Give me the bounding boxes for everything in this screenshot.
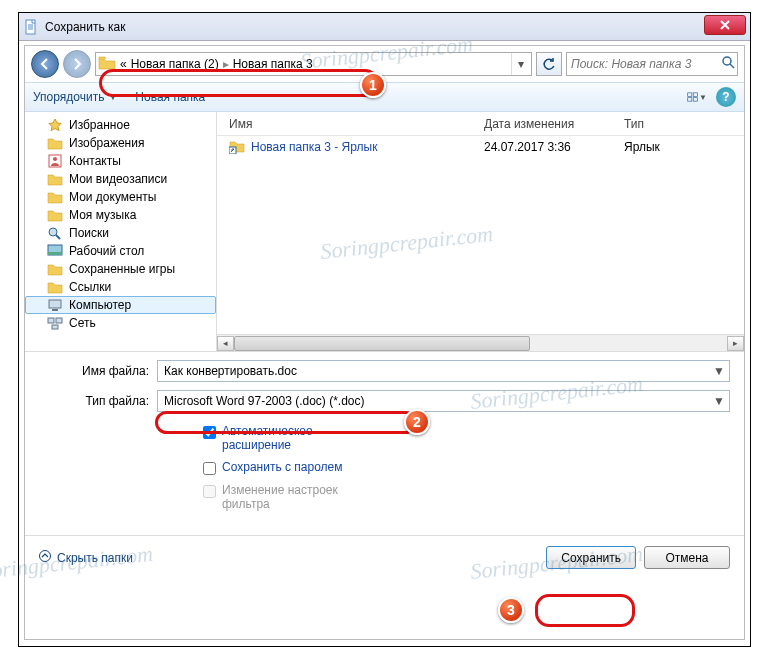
col-name[interactable]: Имя bbox=[229, 117, 484, 131]
svg-rect-9 bbox=[693, 98, 697, 101]
sidebar-label: Сохраненные игры bbox=[69, 262, 175, 276]
filter-settings-checkbox bbox=[203, 485, 216, 498]
search-icon bbox=[722, 56, 735, 72]
filetype-value: Microsoft Word 97-2003 (.doc) (*.doc) bbox=[164, 394, 365, 408]
sidebar-label: Компьютер bbox=[69, 298, 131, 312]
file-date: 24.07.2017 3:36 bbox=[484, 140, 624, 154]
sidebar-label: Мои документы bbox=[69, 190, 156, 204]
help-button[interactable]: ? bbox=[716, 87, 736, 107]
hide-folders-label: Скрыть папки bbox=[57, 551, 133, 565]
filetype-input[interactable]: Microsoft Word 97-2003 (.doc) (*.doc) ▼ bbox=[157, 390, 730, 412]
col-date[interactable]: Дата изменения bbox=[484, 117, 624, 131]
back-button[interactable] bbox=[31, 50, 59, 78]
sidebar-item-0[interactable]: Избранное bbox=[25, 116, 216, 134]
sidebar-item-7[interactable]: Рабочий стол bbox=[25, 242, 216, 260]
sidebar-icon bbox=[47, 262, 63, 276]
sidebar-label: Изображения bbox=[69, 136, 144, 150]
scroll-left[interactable]: ◂ bbox=[217, 336, 234, 351]
save-label: Сохранить bbox=[561, 551, 621, 565]
breadcrumb-prefix: « bbox=[120, 57, 127, 71]
file-type: Ярлык bbox=[624, 140, 714, 154]
password-label: Сохранить с паролем bbox=[222, 460, 342, 474]
toolbar: Упорядочить ▼ Новая папка ▼ ? bbox=[25, 82, 744, 112]
breadcrumb-part1[interactable]: Новая папка (2) bbox=[131, 57, 219, 71]
breadcrumb-part2[interactable]: Новая папка 3 bbox=[233, 57, 313, 71]
auto-extension-label: Автоматическое расширение bbox=[222, 424, 382, 452]
col-type[interactable]: Тип bbox=[624, 117, 714, 131]
cancel-button[interactable]: Отмена bbox=[644, 546, 730, 569]
shortcut-icon bbox=[229, 138, 245, 157]
filter-settings-option: Изменение настроек фильтра bbox=[203, 483, 730, 511]
filename-input[interactable]: Как конвертировать.doc ▼ bbox=[157, 360, 730, 382]
sidebar-icon bbox=[47, 190, 63, 204]
svg-rect-16 bbox=[49, 300, 61, 308]
filetype-label: Тип файла: bbox=[39, 394, 157, 408]
sidebar-icon bbox=[47, 118, 63, 132]
sidebar-label: Моя музыка bbox=[69, 208, 136, 222]
sidebar-item-9[interactable]: Ссылки bbox=[25, 278, 216, 296]
refresh-button[interactable] bbox=[536, 52, 562, 76]
search-input[interactable] bbox=[571, 57, 722, 71]
sidebar-label: Мои видеозаписи bbox=[69, 172, 167, 186]
scroll-thumb[interactable] bbox=[234, 336, 530, 351]
document-icon bbox=[23, 19, 39, 35]
chevron-down-icon: ▼ bbox=[108, 92, 117, 102]
svg-rect-17 bbox=[52, 309, 58, 311]
organize-label: Упорядочить bbox=[33, 90, 104, 104]
sidebar-icon bbox=[47, 298, 63, 312]
svg-point-4 bbox=[723, 57, 731, 65]
new-folder-button[interactable]: Новая папка bbox=[135, 90, 205, 104]
close-button[interactable] bbox=[704, 15, 746, 35]
sidebar-icon bbox=[47, 136, 63, 150]
view-mode-button[interactable]: ▼ bbox=[686, 86, 708, 108]
folder-icon bbox=[98, 56, 116, 72]
sidebar-icon bbox=[47, 226, 63, 240]
cancel-label: Отмена bbox=[665, 551, 708, 565]
sidebar-item-8[interactable]: Сохраненные игры bbox=[25, 260, 216, 278]
file-header: Имя Дата изменения Тип bbox=[217, 112, 744, 136]
file-row[interactable]: Новая папка 3 - Ярлык 24.07.2017 3:36 Яр… bbox=[217, 136, 744, 158]
filename-label: Имя файла: bbox=[39, 364, 157, 378]
forward-button[interactable] bbox=[63, 50, 91, 78]
svg-rect-19 bbox=[56, 318, 62, 323]
svg-rect-20 bbox=[52, 325, 58, 329]
filter-settings-label: Изменение настроек фильтра bbox=[222, 483, 382, 511]
sidebar-icon bbox=[47, 172, 63, 186]
sidebar-item-2[interactable]: Контакты bbox=[25, 152, 216, 170]
filetype-dropdown[interactable]: ▼ bbox=[711, 393, 727, 409]
hide-folders-button[interactable]: Скрыть папки bbox=[39, 550, 133, 565]
search-box[interactable] bbox=[566, 52, 738, 76]
sidebar-icon bbox=[47, 244, 63, 258]
sidebar-item-11[interactable]: Сеть bbox=[25, 314, 216, 332]
filename-dropdown[interactable]: ▼ bbox=[711, 363, 727, 379]
auto-extension-checkbox[interactable] bbox=[203, 426, 216, 439]
password-option[interactable]: Сохранить с паролем bbox=[203, 460, 730, 475]
sidebar-icon bbox=[47, 280, 63, 294]
svg-point-11 bbox=[53, 157, 57, 161]
svg-rect-6 bbox=[688, 93, 692, 96]
sidebar-icon bbox=[47, 154, 63, 168]
address-bar[interactable]: « Новая папка (2) ▸ Новая папка 3 ▾ bbox=[95, 52, 532, 76]
sidebar-item-3[interactable]: Мои видеозаписи bbox=[25, 170, 216, 188]
auto-extension-option[interactable]: Автоматическое расширение bbox=[203, 424, 730, 452]
sidebar-item-1[interactable]: Изображения bbox=[25, 134, 216, 152]
chevron-up-icon bbox=[39, 550, 51, 565]
svg-rect-15 bbox=[48, 252, 62, 255]
svg-rect-7 bbox=[693, 93, 697, 96]
svg-point-22 bbox=[40, 551, 51, 562]
sidebar: ИзбранноеИзображенияКонтактыМои видеозап… bbox=[25, 112, 217, 351]
address-dropdown[interactable]: ▾ bbox=[511, 53, 529, 75]
password-checkbox[interactable] bbox=[203, 462, 216, 475]
sidebar-item-10[interactable]: Компьютер bbox=[25, 296, 216, 314]
save-button[interactable]: Сохранить bbox=[546, 546, 636, 569]
sidebar-item-6[interactable]: Поиски bbox=[25, 224, 216, 242]
sidebar-label: Контакты bbox=[69, 154, 121, 168]
scroll-right[interactable]: ▸ bbox=[727, 336, 744, 351]
sidebar-icon bbox=[47, 316, 63, 330]
horizontal-scrollbar[interactable]: ◂ ▸ bbox=[217, 334, 744, 351]
sidebar-item-5[interactable]: Моя музыка bbox=[25, 206, 216, 224]
organize-button[interactable]: Упорядочить ▼ bbox=[33, 90, 117, 104]
sidebar-label: Избранное bbox=[69, 118, 130, 132]
sidebar-item-4[interactable]: Мои документы bbox=[25, 188, 216, 206]
breadcrumb-separator: ▸ bbox=[223, 57, 229, 71]
